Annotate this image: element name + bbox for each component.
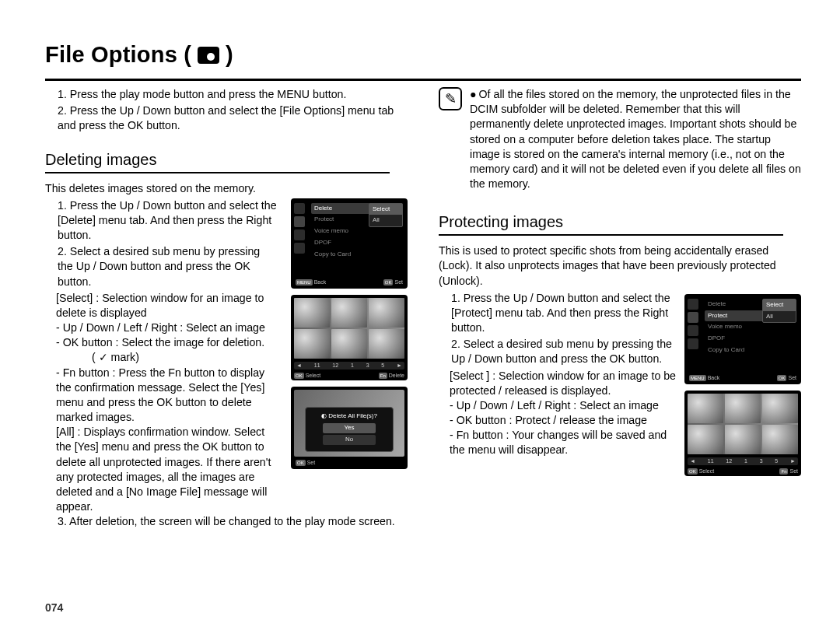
page-title-row: File Options ( ) — [45, 42, 801, 68]
deleting-intro: This deletes images stored on the memory… — [45, 181, 408, 196]
cam-delete-menu: Delete Protect Voice memo DPOF Copy to C… — [291, 198, 408, 289]
pstrip-n2: 12 — [726, 457, 732, 464]
strip-n1: 11 — [314, 362, 320, 369]
confirm-no: No — [323, 435, 376, 445]
menu-item-dpof: DPOF — [311, 237, 403, 249]
pmenu-item-copy: Copy to Card — [705, 345, 796, 356]
strip-n2: 12 — [332, 362, 338, 369]
thumbs-select: Select — [306, 373, 320, 378]
key-fn: Fn — [779, 468, 788, 475]
deleting-divider — [45, 172, 390, 173]
protect-sub-popup: Select All — [762, 299, 796, 324]
protecting-intro: This is used to protect specific shots f… — [439, 243, 801, 289]
protecting-steps: 1. Press the Up / Down button and select… — [439, 291, 680, 367]
protecting-fn-line: - Fn button : Your changes will be saved… — [439, 428, 680, 457]
protecting-select-label: [Select ] : Selection window for an imag… — [439, 369, 680, 398]
deleting-heading: Deleting images — [45, 149, 408, 170]
deleting-nav-line: - Up / Down / Left / Right : Select an i… — [45, 321, 277, 335]
pstrip-n4: 3 — [760, 457, 763, 464]
key-ok: OK — [294, 373, 304, 379]
strip-n4: 3 — [366, 362, 369, 369]
footer-back: Back — [314, 279, 327, 285]
confirm-yes: Yes — [323, 423, 376, 433]
key-ok: OK — [383, 279, 394, 285]
manual-page: File Options ( ) 1. Press the play mode … — [0, 0, 840, 634]
pfooter-back: Back — [708, 375, 720, 380]
page-title-suffix: ) — [226, 42, 233, 68]
protecting-divider — [439, 234, 783, 236]
ppopup-select: Select — [763, 299, 796, 311]
protecting-heading: Protecting images — [439, 212, 801, 233]
thumbs-delete: Delete — [389, 373, 404, 378]
pthumbs-select: Select — [699, 468, 714, 474]
deleting-fn-line: - Fn button : Press the Fn button to dis… — [45, 366, 277, 426]
footer-set: Set — [394, 279, 403, 285]
strip-n3: 1 — [351, 362, 354, 369]
right-column: ✎ ●Of all the files stored on the memory… — [439, 87, 801, 531]
deleting-steps: 1. Press the Up / Down button and select… — [45, 198, 277, 289]
intro-steps: 1. Press the play mode button and press … — [45, 87, 408, 134]
pstrip-n5: 5 — [775, 457, 778, 464]
cam-protect-menu: Delete Protect Voice memo DPOF Copy to C… — [684, 294, 801, 384]
delete-sub-popup: Select All — [369, 203, 403, 228]
pstrip-n3: 1 — [744, 457, 747, 464]
cam-delete-confirm: ◐ Delete All File(s)? Yes No OKSet — [291, 387, 408, 469]
ppopup-all: All — [763, 311, 796, 323]
protecting-screens: Delete Protect Voice memo DPOF Copy to C… — [684, 294, 801, 482]
strip-prev-icon: ◄ — [296, 362, 302, 369]
deleting-ok-line-b: ( ✓ mark) — [45, 350, 277, 365]
page-number: 074 — [45, 601, 63, 614]
protecting-nav-line: - Up / Down / Left / Right : Select an i… — [439, 398, 680, 413]
key-menu: MENU — [296, 279, 313, 285]
strip-n5: 5 — [381, 362, 384, 369]
confirm-question: ◐ Delete All File(s)? — [310, 412, 388, 421]
protecting-step-1: 1. Press the Up / Down button and select… — [451, 291, 680, 336]
cam-delete-thumbs: ◄ 11 12 1 3 5 ► OKSelect FnDelete — [291, 295, 408, 380]
menu-item-voicememo: Voice memo — [311, 226, 403, 237]
left-column: 1. Press the play mode button and press … — [45, 87, 408, 531]
deleting-step-1: 1. Press the Up / Down button and select… — [58, 198, 277, 243]
content-columns: 1. Press the play mode button and press … — [45, 87, 801, 531]
confirm-set: Set — [307, 460, 316, 465]
note-text: ●Of all the files stored on the memory, … — [470, 87, 801, 191]
page-title-prefix: File Options ( — [45, 42, 191, 68]
pstrip-prev-icon: ◄ — [690, 457, 695, 464]
key-menu: MENU — [689, 375, 706, 381]
pthumbs-set: Set — [789, 468, 798, 474]
intro-step-1: 1. Press the play mode button and press … — [58, 87, 408, 102]
popup-select: Select — [369, 204, 402, 215]
strip-next-icon: ► — [397, 362, 402, 369]
pfooter-set: Set — [788, 375, 796, 380]
intro-step-2: 2. Press the Up / Down button and select… — [58, 103, 408, 133]
popup-all: All — [369, 215, 402, 226]
protecting-ok-line: - OK button : Protect / release the imag… — [439, 413, 680, 428]
deleting-screens: Delete Protect Voice memo DPOF Copy to C… — [291, 198, 408, 469]
pstrip-next-icon: ► — [790, 457, 796, 464]
cam-protect-thumbs: ◄ 11 12 1 3 5 ► OKSelect FnSet — [684, 391, 801, 476]
deleting-select-label: [Select] : Selection window for an image… — [45, 291, 277, 321]
key-fn: Fn — [379, 373, 387, 379]
menu-item-copy: Copy to Card — [311, 249, 403, 261]
deleting-step-2: 2. Select a desired sub menu by pressing… — [58, 244, 277, 289]
deleting-ok-line-a: - OK button : Select the image for delet… — [45, 335, 277, 350]
deleting-step3-list: 3. After deletion, the screen will be ch… — [45, 514, 408, 529]
note-row: ✎ ●Of all the files stored on the memory… — [439, 87, 801, 191]
deleting-step-3: 3. After deletion, the screen will be ch… — [58, 514, 408, 529]
pstrip-n1: 11 — [708, 457, 714, 464]
key-ok: OK — [688, 468, 698, 475]
deleting-all-line: [All] : Displays confirmation window. Se… — [45, 425, 277, 514]
pmenu-item-voicememo: Voice memo — [705, 321, 796, 333]
title-divider — [45, 79, 801, 81]
key-ok: OK — [296, 460, 306, 466]
pmenu-item-dpof: DPOF — [705, 333, 796, 345]
protecting-step-2: 2. Select a desired sub menu by pressing… — [451, 337, 680, 366]
file-options-icon — [198, 47, 219, 64]
key-ok: OK — [777, 375, 787, 381]
note-icon: ✎ — [439, 87, 462, 110]
